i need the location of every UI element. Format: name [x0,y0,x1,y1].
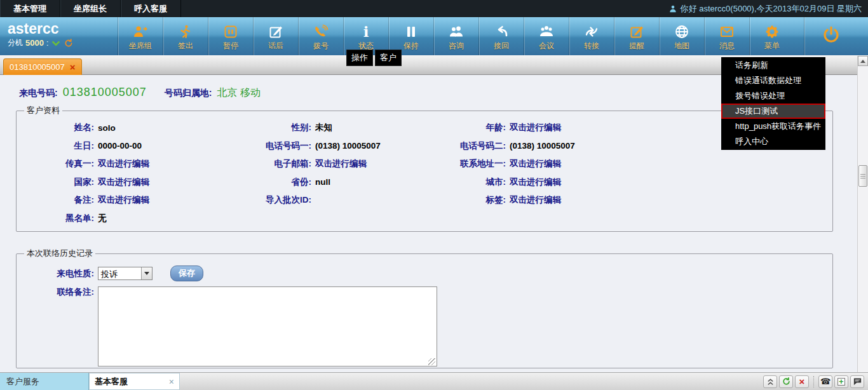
scroll-up-button[interactable] [858,56,868,66]
field-value: 未知 [315,122,332,133]
refresh-extension-icon[interactable] [64,38,74,48]
top-menu-bar: 基本管理 坐席组长 呼入客服 你好 astercc0(5000),今天2013年… [0,0,868,17]
bottom-tab-label: 基本客服 [95,376,128,387]
power-icon[interactable] [822,25,841,47]
extension-colon: : [46,39,48,48]
customer-info-fieldset: 客户资料 姓名:solo 生日:0000-00-00 传真一:双击进行编辑 国家… [16,105,833,232]
chat-icon[interactable] [850,375,864,388]
greeting-text: 你好 astercc0(5000),今天2013年02月09日 星期六 [681,3,862,15]
vertical-scrollbar[interactable] [857,56,868,372]
save-button[interactable]: 保存 [170,266,203,281]
toolbar-button-agent-group[interactable]: 坐席组 [118,17,163,55]
toolbar-button-map[interactable]: 地图 [659,17,704,55]
toolbar-label: 坐席组 [129,41,152,51]
close-icon[interactable]: × [70,62,76,72]
field-birthday[interactable]: 生日:0000-00-00 [17,137,219,156]
toolbar-button-menu[interactable]: 菜单 [749,17,794,55]
tooltip-operation[interactable]: 操作 [346,50,373,66]
field-label: 电话号码一: [219,140,315,152]
chevron-down-icon[interactable] [51,38,61,48]
contact-note-textarea[interactable] [98,286,437,366]
contact-history-fieldset: 本次联络历史记录 来电性质: 投诉 保存 联络备注: [16,248,833,368]
top-menu-agent-leader[interactable]: 坐席组长 [60,0,121,17]
top-menu-basic-management[interactable]: 基本管理 [0,0,60,17]
astercc-app-window: 基本管理 坐席组长 呼入客服 你好 astercc0(5000),今天2013年… [0,0,868,390]
toolbar-label: 转接 [584,41,599,51]
menu-gear-icon [764,22,780,39]
reminder-note-icon [629,22,644,39]
caller-tab[interactable]: 013810005007 × [3,58,82,75]
field-label: 电话号码二: [423,140,510,152]
toolbar-button-message[interactable]: 消息 [704,17,749,55]
add-note-icon[interactable]: + [834,375,848,388]
field-phone1[interactable]: 电话号码一:(0138) 10005007 [219,137,423,156]
field-import-batch-id[interactable]: 导入批次ID: [219,191,423,210]
field-blacklist[interactable]: 黑名单:无 [17,210,219,228]
field-province[interactable]: 省份:null [219,173,423,192]
field-value: 双击进行编辑 [510,194,561,206]
close-icon[interactable]: × [795,375,809,388]
field-tag[interactable]: 标签:双击进行编辑 [423,191,832,210]
field-country[interactable]: 国家:双击进行编辑 [17,173,219,192]
collapse-up-icon[interactable] [763,375,777,388]
field-value: 双击进行编辑 [98,194,149,206]
divider [813,376,814,387]
bottom-tab-customer-service[interactable]: 客户服务 [0,373,89,390]
toolbar-label: 咨询 [449,41,464,51]
field-value: 双击进行编辑 [510,177,561,188]
toolbar-button-sign-out[interactable]: 签出 [163,17,208,55]
toolbar-label: 菜单 [764,41,780,51]
hold-pause-icon [403,22,419,39]
contact-note-row: 联络备注: [17,286,832,369]
field-label: 标签: [423,194,510,206]
toolbar-button-after-call[interactable]: 话后 [253,17,298,55]
field-address1[interactable]: 联系地址一:双击进行编辑 [423,155,832,173]
toolbar-label: 话后 [268,41,283,51]
transfer-arrows-icon [584,22,599,39]
menu-item-http-push[interactable]: http_push获取话务事件 [721,119,825,134]
field-label: 国家: [17,177,98,188]
caller-location-label: 号码归属地: [165,88,212,99]
menu-item-dial-error[interactable]: 拨号错误处理 [721,88,825,104]
header-toolbar: astercc 分机 5000 : 坐席组 签出 [0,17,868,55]
select-dropdown-button[interactable] [141,267,152,279]
bottom-tab-basic-service[interactable]: 基本客服 × [89,373,180,390]
field-gender[interactable]: 性别:未知 [219,119,423,137]
scrollbar-thumb[interactable] [858,165,867,187]
close-icon[interactable]: × [169,377,174,387]
bottom-bar-spacer [180,373,763,390]
toolbar-button-dial[interactable]: 拨号 [298,17,343,55]
field-city[interactable]: 城市:双击进行编辑 [423,173,832,192]
top-menu-inbound-service[interactable]: 呼入客服 [121,0,181,17]
menu-item-js-api-test[interactable]: JS接口测试 [721,104,825,119]
field-fax1[interactable]: 传真一:双击进行编辑 [17,155,219,173]
field-email[interactable]: 电子邮箱:双击进行编辑 [219,155,423,173]
toolbar-label: 暂停 [223,41,238,51]
field-value: 无 [98,213,107,224]
field-remark[interactable]: 备注:双击进行编辑 [17,191,219,210]
user-icon [668,4,677,13]
field-name[interactable]: 姓名:solo [17,119,219,137]
toolbar-button-conference[interactable]: 会议 [524,17,569,55]
toolbar-button-pause[interactable]: 暂停 [208,17,253,55]
field-label: 省份: [219,177,315,188]
field-value: 0000-00-00 [98,141,142,151]
menu-item-error-call-data[interactable]: 错误通话数据处理 [721,73,825,88]
toolbar-label: 接回 [494,41,509,51]
toolbar-button-reminder[interactable]: 提醒 [614,17,659,55]
refresh-icon[interactable] [779,375,793,388]
extension-number: 5000 [25,38,44,48]
tooltip-customer[interactable]: 客户 [375,50,402,66]
field-value: 双击进行编辑 [315,158,367,170]
toolbar-label: 签出 [178,41,193,51]
phone-icon[interactable]: ☎ [818,375,832,388]
conference-group-icon [539,22,554,39]
agent-group-icon [133,22,148,39]
menu-dropdown: 话务刷新 错误通话数据处理 拨号错误处理 JS接口测试 http_push获取话… [721,57,825,150]
menu-item-inbound-center[interactable]: 呼入中心 [721,134,825,149]
toolbar-button-consult[interactable]: 咨询 [433,17,478,55]
toolbar-button-transfer[interactable]: 转接 [569,17,614,55]
toolbar-button-retrieve[interactable]: 接回 [478,17,524,55]
menu-item-traffic-refresh[interactable]: 话务刷新 [721,58,825,73]
call-type-select[interactable]: 投诉 [98,267,153,280]
